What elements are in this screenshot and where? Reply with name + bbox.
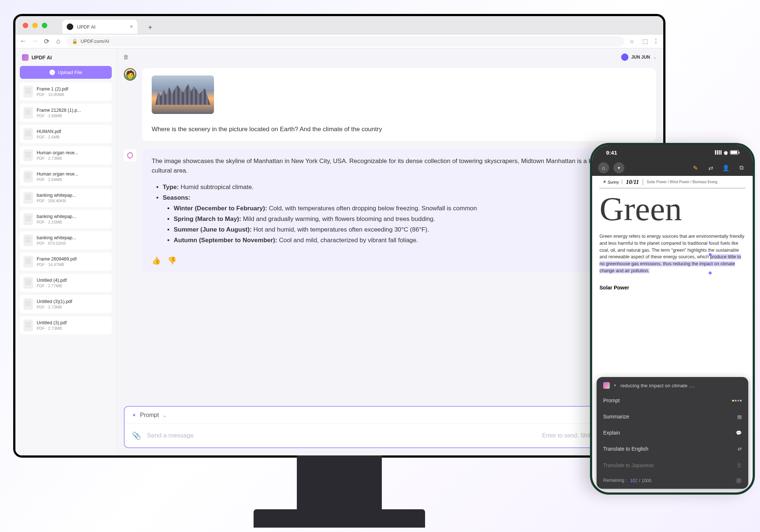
file-item[interactable]: Human organ rese...PDF · 2.64MB bbox=[20, 167, 112, 186]
file-meta: PDF · 2.77MB bbox=[37, 284, 67, 288]
signal-icon bbox=[715, 150, 722, 155]
phone-frame: 9:41 ◉ ⌂ ▼ ✎ ⇄ 👤 ⧉ ☀Sunny 10/11 Solar Po… bbox=[590, 143, 755, 495]
info-icon[interactable]: i bbox=[736, 478, 742, 484]
user-bubble: Where is the scenery in the picture loca… bbox=[142, 68, 656, 141]
user-avatar-icon bbox=[621, 53, 628, 61]
option-icon: ⇄ bbox=[738, 446, 742, 452]
window-controls bbox=[23, 23, 47, 28]
file-item[interactable]: Untitled (3)(1).pdfPDF · 2.73MB bbox=[20, 295, 112, 313]
sparkle-icon: ✦ bbox=[132, 412, 136, 418]
translate-tool-button[interactable]: ⇄ bbox=[705, 162, 716, 173]
file-icon bbox=[23, 149, 33, 161]
browser-tab[interactable]: UPDF AI × bbox=[62, 20, 137, 34]
file-item[interactable]: Untitled (3).pdfPDF · 2.73MB bbox=[20, 316, 112, 335]
file-icon bbox=[23, 234, 33, 246]
file-item[interactable]: Human organ rese...PDF · 2.73MB bbox=[20, 146, 112, 165]
file-name: Frame 212628 (1).p... bbox=[37, 108, 81, 113]
ai-option-explain[interactable]: Explain💬 bbox=[603, 425, 742, 441]
url-field[interactable]: 🔒 UPDF.com/AI bbox=[67, 36, 624, 47]
ai-action-panel: ▼ reducing the impact on climate .... Pr… bbox=[597, 377, 748, 489]
option-icon: 💬 bbox=[736, 430, 742, 436]
doc-title: Green bbox=[599, 192, 745, 226]
bookmark-button[interactable]: ☆ bbox=[630, 38, 634, 44]
weather-label: ☀Sunny bbox=[599, 180, 622, 184]
user-avatar: 🧑 bbox=[124, 68, 136, 81]
doc-subheading: Solar Power bbox=[599, 285, 745, 291]
doc-topics: Solar Power / Wind Power / Biomass Energ bbox=[643, 180, 717, 184]
phone-dropdown-button[interactable]: ▼ bbox=[613, 162, 624, 173]
file-item[interactable]: Frame 1 (2).pdfPDF · 10.85MB bbox=[20, 82, 112, 101]
file-item[interactable]: HUMAN.pdfPDF · 2.6MB bbox=[20, 125, 112, 143]
file-meta: PDF · 1.88MB bbox=[37, 114, 81, 118]
extensions-button[interactable]: ⬚ bbox=[642, 38, 648, 45]
remaining-label: Remaining： bbox=[603, 477, 628, 484]
type-value: Humid subtropical climate. bbox=[179, 184, 254, 191]
option-icon bbox=[732, 400, 742, 402]
ai-avatar bbox=[124, 149, 136, 162]
file-icon bbox=[23, 192, 33, 204]
file-item[interactable]: banking whitepap...PDF · 870.02KB bbox=[20, 231, 112, 250]
tab-close-button[interactable]: × bbox=[130, 23, 133, 30]
forward-button[interactable]: → bbox=[32, 37, 38, 45]
home-button[interactable]: ⌂ bbox=[55, 37, 62, 45]
delete-button[interactable]: 🗑 bbox=[123, 54, 129, 60]
file-name: Frame 1 (2).pdf bbox=[37, 86, 68, 92]
file-icon bbox=[23, 86, 33, 97]
copy-button[interactable]: ⧉ bbox=[736, 162, 747, 173]
ai-option-prompt[interactable]: Prompt bbox=[603, 392, 742, 409]
message-input[interactable] bbox=[147, 432, 536, 439]
maximize-window-button[interactable] bbox=[42, 23, 47, 28]
app-title: UPDF AI bbox=[20, 53, 112, 62]
monitor-frame: UPDF AI × + ← → ⟳ ⌂ 🔒 UPDF.com/AI ☆ ⬚ ⋮ … bbox=[13, 14, 665, 458]
file-meta: PDF · 2.15MB bbox=[37, 220, 76, 224]
new-tab-button[interactable]: + bbox=[148, 23, 152, 32]
address-bar: ← → ⟳ ⌂ 🔒 UPDF.com/AI ☆ ⬚ ⋮ bbox=[15, 34, 663, 48]
file-meta: PDF · 14.97MB bbox=[37, 262, 77, 267]
file-name: Untitled (3).pdf bbox=[37, 320, 67, 325]
chat-area: 🧑 Where is the scenery in the picture lo… bbox=[117, 66, 663, 402]
minimize-window-button[interactable] bbox=[32, 23, 38, 28]
user-menu[interactable]: JUN JUN ⌄ bbox=[621, 53, 657, 61]
url-text: UPDF.com/AI bbox=[81, 38, 109, 44]
chevron-down-icon: ▼ bbox=[613, 384, 617, 387]
attach-button[interactable]: 📎 bbox=[132, 431, 141, 440]
thumbs-down-button[interactable]: 👎 bbox=[167, 256, 177, 265]
prompt-selector[interactable]: ✦ Prompt ⌄ bbox=[125, 407, 655, 424]
highlight-tool-button[interactable]: ✎ bbox=[690, 162, 701, 173]
phone-toolbar: ⌂ ▼ ✎ ⇄ 👤 ⧉ bbox=[592, 160, 753, 176]
file-name: Untitled (3)(1).pdf bbox=[37, 299, 72, 304]
file-item[interactable]: Frame 2609489.pdfPDF · 14.97MB bbox=[20, 252, 112, 271]
ai-options-list: PromptSummarize▤Explain💬Translate to Eng… bbox=[603, 392, 742, 474]
prompt-label: Prompt bbox=[140, 412, 159, 418]
upload-file-button[interactable]: ↑ Upload File bbox=[20, 66, 112, 79]
close-window-button[interactable] bbox=[23, 23, 28, 28]
chat-message-user: 🧑 Where is the scenery in the picture lo… bbox=[124, 68, 656, 141]
chat-message-ai: The image showcases the skyline of Manha… bbox=[124, 149, 656, 272]
phone-home-button[interactable]: ⌂ bbox=[598, 162, 609, 173]
file-meta: PDF · 870.02KB bbox=[37, 241, 76, 245]
file-icon bbox=[23, 319, 33, 331]
document-view[interactable]: ☀Sunny 10/11 Solar Power / Wind Power / … bbox=[592, 176, 753, 343]
share-button[interactable]: 👤 bbox=[720, 162, 731, 173]
reload-button[interactable]: ⟳ bbox=[43, 37, 50, 45]
phone-status-icons: ◉ bbox=[715, 150, 739, 155]
file-item[interactable]: Untitled (4).pdfPDF · 2.77MB bbox=[20, 274, 112, 292]
ai-option-translate-to-japanese[interactable]: Translate to Japanese文 bbox=[603, 457, 742, 474]
thumbs-up-button[interactable]: 👍 bbox=[152, 256, 161, 265]
file-item[interactable]: Frame 212628 (1).p...PDF · 1.88MB bbox=[20, 104, 112, 122]
file-icon bbox=[23, 256, 33, 267]
app-logo-icon bbox=[22, 54, 29, 61]
attached-image[interactable] bbox=[152, 75, 214, 114]
file-list: Frame 1 (2).pdfPDF · 10.85MBFrame 212628… bbox=[20, 82, 112, 335]
browser-menu-button[interactable]: ⋮ bbox=[653, 38, 659, 45]
remaining-total: 1000 bbox=[642, 478, 652, 483]
file-name: Human organ rese... bbox=[37, 150, 78, 155]
file-item[interactable]: banking whitepap...PDF · 2.15MB bbox=[20, 210, 112, 228]
ai-option-translate-to-english[interactable]: Translate to English⇄ bbox=[603, 441, 742, 457]
main-panel: 🗑 JUN JUN ⌄ 🧑 Where is the scenery in th… bbox=[117, 48, 663, 455]
selection-preview[interactable]: ▼ reducing the impact on climate .... bbox=[603, 382, 742, 389]
file-name: HUMAN.pdf bbox=[37, 129, 61, 134]
file-item[interactable]: banking whitepap...PDF · 208.45KB bbox=[20, 189, 112, 207]
back-button[interactable]: ← bbox=[20, 37, 26, 45]
ai-option-summarize[interactable]: Summarize▤ bbox=[603, 409, 742, 425]
